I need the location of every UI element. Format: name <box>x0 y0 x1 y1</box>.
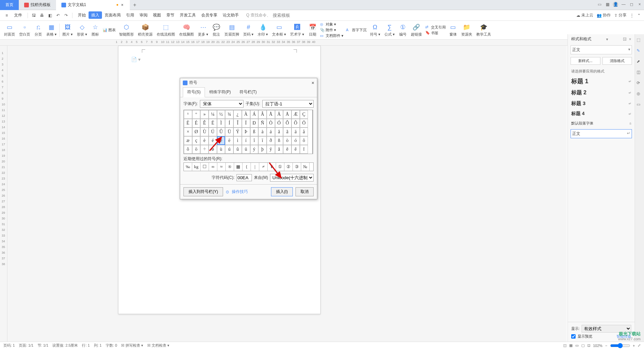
ribbon-icon: 🔗 <box>412 23 420 31</box>
tab-add[interactable]: + <box>130 2 140 8</box>
menu-bar: ≡ 文件 🖫 🖶 ◧ ↶ ↷ 开始插入页面布局引用审阅视图章节开发工具会员专享论… <box>0 10 644 21</box>
ribbon-对象[interactable]: ◎对象 ▾ <box>320 22 343 27</box>
ribbon-日期[interactable]: 📅日期 <box>307 23 319 37</box>
ribbon-icon: 📅 <box>309 23 317 31</box>
cloud-status[interactable]: ☁ 未上云 <box>576 12 593 18</box>
ribbon-icon: ⬚ <box>162 23 170 31</box>
grid-icon[interactable]: ▦ <box>605 2 610 7</box>
select-tool-icon[interactable]: ⬚ <box>637 38 643 44</box>
save-icon[interactable]: 🖫 <box>31 12 37 19</box>
ribbon-icon: ① <box>399 23 407 31</box>
undo-icon[interactable]: ↶ <box>55 12 61 19</box>
ribbon-icon: 💧 <box>259 23 267 31</box>
ribbon-稻壳资源[interactable]: 📦稻壳资源 <box>136 23 155 37</box>
maximize-icon[interactable]: ◻ <box>629 2 634 7</box>
share-button[interactable]: ⇪ 分享 <box>614 12 627 18</box>
ribbon-在线脑图[interactable]: 🧠在线脑图 <box>177 23 196 37</box>
ribbon-icon: 🅰 <box>293 23 301 31</box>
ribbon-资源夹[interactable]: 📁资源夹 <box>459 23 474 37</box>
menu-开始[interactable]: 开始 <box>75 11 89 19</box>
ribbon-编号[interactable]: ①编号 <box>397 23 409 37</box>
close-icon[interactable]: × <box>121 3 124 7</box>
search-prefix: Q 查找命令、 <box>246 12 271 18</box>
window-close-icon[interactable]: × <box>637 2 642 7</box>
ribbon-交叉引用[interactable]: ⇄交叉引用 <box>425 25 446 30</box>
ribbon-文本框[interactable]: ▭文本框 ▾ <box>270 23 288 37</box>
ribbon: ▭封面页▫空白页⎌分页▦表格 ▾🖼图片 ▾◇形状 ▾☆图标📊图表⬡智能图形📦稻壳… <box>0 21 644 40</box>
ribbon-icon: ▤ <box>228 23 236 31</box>
ribbon-符号[interactable]: Ω符号 ▾ <box>368 23 382 37</box>
ribbon-icon: ▫ <box>21 23 29 31</box>
ribbon-在线流程图[interactable]: ⬚在线流程图 <box>155 23 177 37</box>
menu-视图[interactable]: 视图 <box>150 11 164 19</box>
ribbon-教学工具[interactable]: 🎓教学工具 <box>474 23 493 37</box>
avatar-icon[interactable]: 👤 <box>613 2 618 7</box>
ribbon-表格[interactable]: ▦表格 ▾ <box>44 23 59 37</box>
ribbon-空白页[interactable]: ▫空白页 <box>17 23 32 37</box>
tab-document[interactable]: 文字文稿1 • × <box>56 0 130 10</box>
tab-bar: 首页 找稻壳模板 文字文稿1 • × + ▭ ▦ 👤 — ◻ × <box>0 0 644 10</box>
menu-插入[interactable]: 插入 <box>89 11 102 19</box>
ribbon-分页[interactable]: ⎌分页 <box>32 23 44 37</box>
ribbon-icon: 📦 <box>141 23 149 31</box>
menu-章节[interactable]: 章节 <box>164 11 177 19</box>
current-style[interactable]: 正文▾ <box>571 45 632 46</box>
ribbon-窗体[interactable]: ▭窗体 <box>447 23 459 37</box>
ribbon-icon: 🎓 <box>480 23 488 31</box>
ribbon-批注[interactable]: 💬批注 <box>210 23 222 37</box>
search-input[interactable] <box>273 13 313 18</box>
ribbon-页码[interactable]: #页码 ▾ <box>241 23 256 37</box>
menu-引用[interactable]: 引用 <box>123 11 137 19</box>
ribbon-icon: ☆ <box>91 23 99 31</box>
menu-会员专享[interactable]: 会员专享 <box>199 11 220 19</box>
ribbon-公式[interactable]: ∑公式 ▾ <box>382 23 397 37</box>
redo-icon[interactable]: ↷ <box>63 12 69 19</box>
ribbon-icon: 💬 <box>212 23 220 31</box>
ribbon-超链接[interactable]: 🔗超链接 <box>409 23 424 37</box>
modified-indicator: • <box>116 4 118 6</box>
preview-icon[interactable]: ◧ <box>47 12 53 19</box>
tab-home[interactable]: 首页 <box>0 0 19 10</box>
menu-file[interactable]: 文件 <box>11 11 25 19</box>
ribbon-书签[interactable]: 🔖书签 <box>425 31 446 36</box>
ribbon-艺术字[interactable]: 🅰艺术字 ▾ <box>288 23 306 37</box>
ribbon-文档部件[interactable]: ▭文档部件 ▾ <box>320 33 343 38</box>
ribbon-icon: ▦ <box>48 23 56 31</box>
ribbon-icon: ◇ <box>78 23 86 31</box>
ribbon-icon: ⋯ <box>199 23 207 31</box>
ribbon-水印[interactable]: 💧水印 ▾ <box>256 23 270 37</box>
layout-icon[interactable]: ▭ <box>597 2 602 7</box>
ribbon-icon: ▭ <box>6 23 14 31</box>
ribbon-icon: 🖼 <box>64 23 72 31</box>
ribbon-智能图形[interactable]: ⬡智能图形 <box>117 23 136 37</box>
ribbon-chart[interactable]: 📊图表 <box>103 28 116 33</box>
ribbon-icon: Ω <box>371 23 379 31</box>
ribbon-icon: # <box>245 23 253 31</box>
pin-icon[interactable]: ⮽ <box>623 37 627 42</box>
tab-template[interactable]: 找稻壳模板 <box>19 0 56 10</box>
menu-more-icon[interactable]: ⋮ <box>630 13 634 18</box>
hamburger-icon[interactable]: ≡ <box>3 12 10 19</box>
ribbon-icon: ▭ <box>449 23 457 31</box>
ribbon-图片[interactable]: 🖼图片 ▾ <box>60 23 75 37</box>
print-icon[interactable]: 🖶 <box>39 12 45 19</box>
menu-页面布局[interactable]: 页面布局 <box>102 11 123 19</box>
ribbon-页眉页脚[interactable]: ▤页眉页脚 <box>222 23 241 37</box>
ribbon-icon: ∑ <box>385 23 393 31</box>
minimize-icon[interactable]: — <box>621 2 626 7</box>
menu-审阅[interactable]: 审阅 <box>137 11 150 19</box>
collapse-icon[interactable]: ⌃ <box>637 13 641 18</box>
ribbon-更多[interactable]: ⋯更多 ▾ <box>196 23 210 37</box>
ribbon-封面页[interactable]: ▭封面页 <box>2 23 17 37</box>
menu-开发工具[interactable]: 开发工具 <box>177 11 199 19</box>
styles-panel: 样式和格式▾ ⮽× 正文▾ 新样式... 清除格式 请选择要应用的格式 标题 1… <box>568 34 635 46</box>
ribbon-icon: ⬡ <box>122 23 130 31</box>
template-icon <box>24 3 29 7</box>
collab-button[interactable]: 👥 协作 <box>597 12 611 18</box>
ribbon-图标[interactable]: ☆图标 <box>89 23 101 37</box>
ribbon-附件[interactable]: 📎附件 ▾ <box>320 28 343 33</box>
ribbon-形状[interactable]: ◇形状 ▾ <box>75 23 89 37</box>
panel-close-icon[interactable]: × <box>629 37 631 42</box>
menu-论文助手[interactable]: 论文助手 <box>220 11 241 19</box>
ribbon-dropcap[interactable]: A首字下沉 <box>346 28 367 33</box>
